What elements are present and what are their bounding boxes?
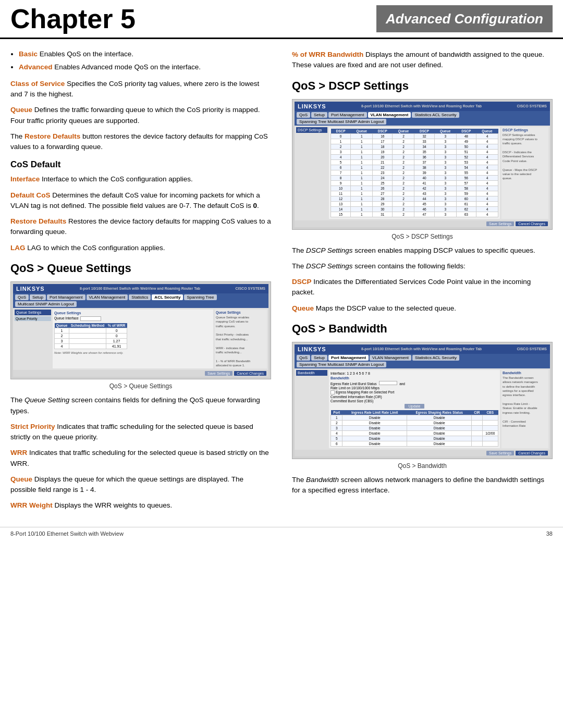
bw-right-panel: Bandwidth The Bandwidth screenallows net…	[501, 370, 548, 448]
queue-table: Queue Scheduling Method % of WRR 1 0 2	[54, 323, 127, 349]
dscp-nav-vlan: VLAN Management	[368, 112, 411, 118]
bw-bottom-buttons: Save Settings Cancel Changes	[295, 450, 550, 456]
queue-para: Queue Defines the traffic forwarding que…	[10, 105, 271, 126]
bw-th-port: Port	[331, 410, 342, 415]
keyword-queue: Queue	[10, 106, 32, 114]
dscp-row1-4: 2	[393, 133, 414, 139]
wrr-weight-text: Displays the WRR weights to queues.	[53, 501, 173, 509]
linksys-queue-ui: LINKSYS 8-port 10/100 Ethernet Switch wi…	[11, 282, 271, 379]
queue-text: Defines the traffic forwarding queue to …	[10, 106, 260, 124]
dscp-row1-3: 16	[373, 133, 393, 139]
nav-acl: ACL Security	[152, 294, 183, 300]
queue-interface-label: Queue Interface	[54, 316, 79, 321]
save-settings-btn-queue[interactable]: Save Settings	[205, 371, 232, 376]
cancel-changes-btn-queue[interactable]: Cancel Changes	[234, 371, 266, 376]
bw-sidebar-title: Bandwidth	[296, 370, 327, 376]
linksys-nav-dscp: QoS Setup Port Management VLAN Managemen…	[295, 111, 550, 126]
dscp-field-text: Indicates the Differentiated Services Co…	[292, 278, 531, 296]
right-column: % of WRR Bandwidth Displays the amount o…	[282, 50, 553, 516]
bw-apply-btn[interactable]: Update	[405, 404, 425, 409]
dscp-sidebar-title: DSCP Settings	[296, 127, 327, 133]
queue-rp-title: Queue Settings	[216, 311, 266, 314]
lag-para: LAG LAG to which the CoS configuration a…	[10, 243, 271, 253]
dscp-desc: The DSCP Settings screen enables mapping…	[292, 245, 553, 256]
cos-default-heading: CoS Default	[10, 159, 271, 170]
bw-apply-btn-row: Update	[331, 404, 498, 409]
queue-td-method3	[69, 338, 106, 343]
dscp-nav-setup: Setup	[311, 112, 327, 118]
dscp-th-3: DSCP	[373, 129, 393, 134]
nav-qos: QoS	[15, 294, 29, 300]
queue-caption: QoS > Queue Settings	[10, 382, 271, 390]
nav-multicast: Multicast SNMP Admin Logout	[15, 301, 77, 307]
keyword-basic: Basic	[19, 50, 38, 58]
bw-form-title: Bandwidth	[331, 376, 498, 380]
bw-committed-burst-label: Committed Burst Size (CBS)	[331, 399, 373, 403]
dscp-th-8: Queue	[476, 129, 498, 134]
dscp-nav-port: Port Management	[328, 112, 367, 118]
linksys-logo-bw: LINKSYS	[298, 346, 326, 352]
dscp-th-1: DSCP	[331, 129, 351, 134]
restore-text: The	[10, 132, 25, 140]
default-cos-bold: 0	[253, 202, 258, 209]
bw-content-area: Bandwidth Interface: 1 2 3 4 5 6 7 8 Ban…	[295, 368, 550, 450]
interface-para: Interface Interface to which the CoS con…	[10, 174, 271, 184]
cancel-changes-btn-dscp[interactable]: Cancel Changes	[516, 221, 548, 226]
dscp-nav-stats: Statistics ACL Security	[412, 112, 459, 118]
bw-nav-stats: Statistics ACL Security	[412, 355, 459, 361]
queue-main-form: Queue Settings Queue Interface Queue Sch…	[53, 310, 213, 369]
bw-checkbox1	[331, 390, 335, 394]
save-settings-btn-bw[interactable]: Save Settings	[486, 451, 514, 455]
dscp-th-6: Queue	[434, 129, 456, 134]
queue-bottom-buttons: Save Settings Cancel Changes	[13, 370, 268, 377]
restore-defaults-para: Restore Defaults Restores the device fac…	[10, 216, 271, 238]
bw-caption: QoS > Bandwidth	[292, 462, 553, 470]
linksys-header-dscp: LINKSYS 8-port 10/100 Ethernet Switch wi…	[295, 102, 550, 111]
queue-td-3: 3	[55, 338, 69, 343]
dscp-rp-desc: DSCP Settings enablesmapping DSCP values…	[503, 133, 547, 181]
bw-nav-rest: Spanning Tree Multicast SNMP Admin Logou…	[297, 362, 386, 367]
bw-rate-label: Rate Limit on 10/100/1000 Mbps	[331, 386, 380, 390]
queue-setting-desc: The Queue Setting screen contains fields…	[10, 395, 271, 416]
nav-spanning: Spanning Tree	[184, 294, 216, 300]
queue-form-title: Queue Settings	[54, 311, 212, 315]
dscp-r2-8: 4	[476, 139, 498, 144]
cancel-changes-btn-bw[interactable]: Cancel Changes	[516, 451, 548, 455]
queue-display-text: Displays the queue for which the queue s…	[10, 475, 243, 493]
bandwidth-heading: QoS > Bandwidth	[292, 322, 553, 336]
queue-setting-italic: Queue Setting	[25, 396, 69, 404]
linksys-logo-queue: LINKSYS	[16, 286, 45, 292]
dscp-header-sub: 8-port 10/100 Ethernet Switch with WebVi…	[361, 104, 482, 108]
bw-egress-label: Egress Rate Limit Burst Status	[331, 382, 377, 386]
dscp-desc2: screen enables mapping DSCP values to sp…	[353, 246, 535, 254]
keyword-cos: Class of Service	[10, 80, 65, 88]
keyword-default-cos: Default CoS	[10, 191, 51, 199]
queue-th-scheduling: Scheduling Method	[69, 323, 106, 328]
queue-right-panel: Queue Settings Queue Settings enablesmap…	[215, 310, 267, 369]
keyword-restore-defaults: Restore Defaults	[10, 217, 66, 225]
wrr-para: WRR Indicates that traffic scheduling fo…	[10, 448, 271, 469]
queue-td-2: 2	[55, 333, 69, 338]
linksys-nav-bw: QoS Setup Port Management VLAN Managemen…	[295, 354, 550, 368]
linksys-dscp-ui: LINKSYS 8-port 10/100 Ethernet Switch wi…	[292, 100, 552, 229]
dscp-italic: DSCP Settings	[306, 246, 353, 254]
bw-nav-setup: Setup	[311, 355, 327, 361]
header-right: Advanced Configuration	[376, 5, 553, 32]
page-header: Chapter 5 Advanced Configuration	[0, 0, 563, 39]
save-settings-btn-dscp[interactable]: Save Settings	[486, 221, 514, 226]
bw-sub-table: Port Ingress Rate Limit Rate Limit Egres…	[331, 410, 498, 447]
queue-field-para: Queue Maps the DSCP value to the selecte…	[292, 303, 553, 314]
bw-interface-label: Interface: 1 2 3 4 5 6 7 8	[331, 372, 498, 375]
queue-settings-screenshot: LINKSYS 8-port 10/100 Ethernet Switch wi…	[10, 281, 271, 380]
basic-text: Enables QoS on the interface.	[38, 50, 133, 58]
wrr-text: Indicates that traffic scheduling for th…	[10, 449, 269, 467]
bw-committed-row: Committed Information Rate (CIR)	[331, 395, 498, 399]
linksys-header-help: CISCO SYSTEMS	[235, 287, 265, 290]
linksys-header-sub: 8-port 10/100 Ethernet Switch with WebVi…	[80, 287, 200, 290]
chapter-title: Chapter 5	[10, 5, 376, 32]
lag-text: LAG to which the CoS configuration appli…	[26, 244, 165, 252]
bw-committed-label: Committed Information Rate (CIR)	[331, 395, 382, 399]
advanced-text: Enables Advanced mode QoS on the interfa…	[53, 63, 201, 71]
linksys-logo-dscp: LINKSYS	[298, 103, 326, 109]
dscp-nav-spanning: Spanning Tree Multicast SNMP Admin Logou…	[297, 119, 386, 125]
